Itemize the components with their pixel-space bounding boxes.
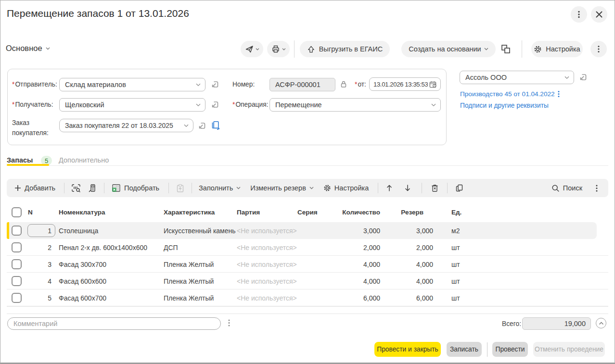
cell-characteristic: Пленка Желтый (164, 294, 214, 302)
col-reserve[interactable]: Резерв (375, 209, 423, 216)
collapse-footer-button[interactable] (596, 318, 606, 328)
table-settings-button[interactable]: Настройка (323, 184, 369, 192)
table-more-button[interactable] (595, 184, 599, 192)
open-icon (210, 80, 219, 89)
operation-field[interactable]: Перемещение (269, 98, 441, 112)
main-menu[interactable]: Основное (6, 44, 50, 53)
send-button[interactable] (241, 41, 263, 57)
cell-characteristic: ДСП (164, 244, 178, 251)
move-up-button[interactable] (386, 184, 393, 192)
row-checkbox[interactable] (12, 293, 22, 303)
window-menu-button[interactable] (571, 6, 587, 23)
structure-icon (500, 44, 511, 54)
kebab-icon (557, 90, 561, 98)
sender-field[interactable]: Склад материалов (59, 78, 205, 91)
kebab-icon (576, 10, 582, 19)
table-row[interactable]: 2 Пенал 2-х дв. 600х1400х600 ДСП <Не исп… (7, 239, 608, 256)
col-n[interactable]: N (28, 209, 33, 216)
barcode-terminal-button[interactable] (88, 184, 96, 193)
settings-button[interactable]: Настройка (531, 41, 583, 57)
close-button[interactable] (591, 6, 607, 23)
cell-batch: <Не используется> (237, 261, 297, 268)
receiver-field[interactable]: Щелковский (59, 98, 205, 112)
chevron-down-icon (196, 83, 201, 87)
cell-unit: шт (451, 277, 460, 285)
cancel-posting-button[interactable]: Отменить проведение (533, 342, 605, 357)
sender-open-button[interactable] (210, 80, 219, 89)
tab-stock[interactable]: Запасы (7, 156, 33, 164)
table-row[interactable]: 4 Фасад 600х600 Пленка Желтый <Не исполь… (7, 273, 608, 289)
cell-unit: м2 (451, 227, 460, 235)
close-icon (595, 11, 603, 18)
date-label: *от: (355, 81, 366, 88)
page-title: Перемещение запасов 1 от 13.01.2026 (7, 8, 189, 19)
kebab-icon (595, 184, 599, 192)
post-button[interactable]: Провести (492, 342, 528, 357)
organization-open-button[interactable] (578, 73, 588, 82)
comment-menu-button[interactable] (227, 319, 231, 327)
related-documents-button[interactable] (500, 44, 511, 54)
copy-rows-button[interactable] (455, 184, 463, 192)
col-quantity[interactable]: Количество (332, 209, 380, 216)
egais-upload-button[interactable]: Выгрузить в ЕГАИС (300, 41, 390, 57)
paste-button[interactable] (176, 184, 184, 193)
order-open-button[interactable] (197, 121, 206, 130)
post-and-close-button[interactable]: Провести и закрыть (374, 342, 441, 357)
production-link[interactable]: Производство 45 от 01.04.2022 (460, 90, 555, 98)
cell-nomenclature: Фасад 600х600 (59, 277, 106, 285)
comment-input[interactable] (7, 317, 221, 330)
cell-quantity: 4,000 (332, 277, 380, 285)
cell-reserve: 3,000 (385, 227, 433, 235)
add-row-button[interactable]: Добавить (14, 184, 55, 192)
table-row[interactable]: 1 Столешница Искусственный камень <Не ис… (0, 222, 615, 239)
fill-menu-button[interactable]: Заполнить (199, 184, 241, 192)
cell-batch: <Не используется> (237, 244, 297, 251)
row-checkbox[interactable] (12, 226, 22, 236)
delete-row-button[interactable] (431, 184, 439, 192)
date-field[interactable]: 13.01.2026 13:35:53 (369, 77, 441, 91)
gear-icon (323, 184, 331, 192)
row-checkbox[interactable] (12, 259, 22, 269)
more-actions-button[interactable] (590, 41, 607, 57)
cell-quantity: 3,000 (332, 227, 380, 235)
production-menu-button[interactable] (557, 90, 561, 98)
table-row[interactable]: 3 Фасад 300х700 Пленка Желтый <Не исполь… (7, 256, 608, 273)
pick-items-button[interactable]: Подобрать (112, 184, 159, 192)
print-button[interactable] (267, 41, 290, 57)
col-series[interactable]: Серия (297, 209, 318, 216)
clipboard-icon (176, 184, 184, 193)
search-button[interactable]: Поиск (551, 184, 582, 192)
cell-reserve: 2,000 (385, 244, 433, 251)
chevron-down-icon (256, 48, 259, 50)
cell-batch: <Не используется> (237, 227, 297, 235)
row-checkbox[interactable] (12, 242, 22, 252)
change-reserve-menu-button[interactable]: Изменить резерв (250, 184, 314, 192)
chevron-down-icon (309, 187, 314, 189)
total-label: Всего: (502, 320, 521, 327)
organization-field[interactable]: Ассоль ООО (460, 71, 574, 84)
signatures-link[interactable]: Подписи и другие реквизиты (460, 102, 549, 109)
active-row-marker (7, 222, 9, 239)
table-bottom-line (7, 306, 608, 307)
table-row[interactable]: 5 Фасад 600х700 Пленка Желтый <Не исполь… (7, 289, 608, 306)
save-button[interactable]: Записать (447, 342, 482, 357)
col-batch[interactable]: Партия (237, 209, 260, 216)
create-based-on-button[interactable]: Создать на основании (401, 41, 496, 57)
cell-batch: <Не используется> (237, 294, 297, 302)
lock-icon (339, 80, 348, 88)
col-unit[interactable]: Ед. (451, 209, 461, 216)
number-label: Номер: (232, 81, 255, 88)
select-all-checkbox[interactable] (12, 207, 22, 217)
gear-icon (534, 45, 542, 53)
footer-divider (7, 314, 608, 314)
total-value: 19,000 (522, 317, 591, 330)
order-field[interactable]: Заказ покупателя 22 от 18.03.2025 (59, 119, 193, 132)
row-checkbox[interactable] (12, 276, 22, 286)
tab-additional[interactable]: Дополнительно (59, 156, 109, 164)
barcode-scan-button[interactable] (71, 184, 81, 193)
col-nomenclature[interactable]: Номенклатура (59, 209, 105, 216)
col-characteristic[interactable]: Характеристика (164, 209, 215, 216)
receiver-open-button[interactable] (210, 100, 219, 109)
order-copy-button[interactable] (211, 120, 220, 131)
move-down-button[interactable] (404, 184, 411, 192)
